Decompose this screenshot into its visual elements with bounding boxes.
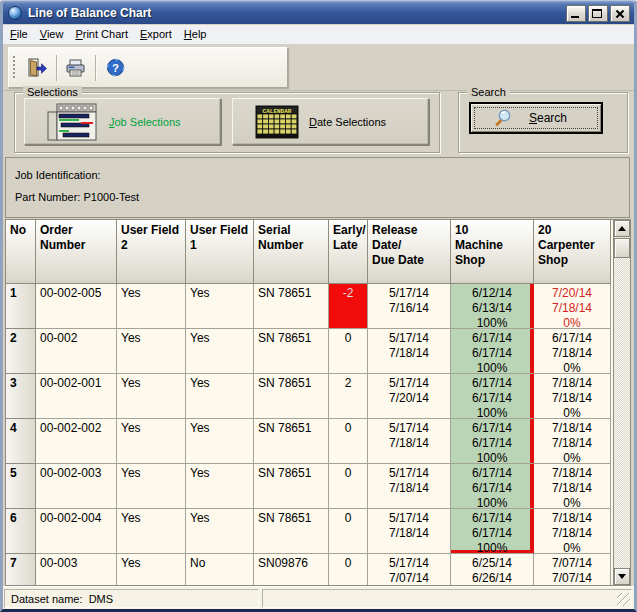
row-header-7[interactable]: 7 xyxy=(6,554,36,585)
column-header-early[interactable]: Early/Late xyxy=(329,220,368,284)
cell-carpenter-row5[interactable]: 7/18/147/18/140% xyxy=(534,464,611,509)
column-header-order[interactable]: OrderNumber xyxy=(36,220,117,284)
cell-early-row7[interactable]: 0 xyxy=(329,554,368,585)
search-button[interactable]: Search xyxy=(469,102,603,134)
cell-release-row6[interactable]: 5/17/147/18/14 xyxy=(368,509,451,554)
cell-machine-row3[interactable]: 6/17/146/17/14100% xyxy=(451,374,534,419)
scroll-down-button[interactable] xyxy=(614,568,630,585)
cell-early-row5[interactable]: 0 xyxy=(329,464,368,509)
cell-machine-row7[interactable]: 6/25/146/26/1410% xyxy=(451,554,534,585)
help-button[interactable]: ? xyxy=(101,54,129,82)
cell-release-row4[interactable]: 5/17/147/18/14 xyxy=(368,419,451,464)
cell-release-row2[interactable]: 5/17/147/18/14 xyxy=(368,329,451,374)
column-header-machine[interactable]: 10MachineShop xyxy=(451,220,534,284)
cell-early-row6[interactable]: 0 xyxy=(329,509,368,554)
cell-uf1-row7[interactable]: No xyxy=(186,554,254,585)
cell-machine-row4[interactable]: 6/17/146/17/14100% xyxy=(451,419,534,464)
cell-uf2-row7[interactable]: Yes xyxy=(117,554,186,585)
cell-order-row3[interactable]: 00-002-001 xyxy=(36,374,117,419)
job-selections-button[interactable]: Job Selections xyxy=(24,98,221,145)
cell-release-row3[interactable]: 5/17/147/20/14 xyxy=(368,374,451,419)
cell-uf2-row4[interactable]: Yes xyxy=(117,419,186,464)
cell-uf1-row5[interactable]: Yes xyxy=(186,464,254,509)
cell-uf2-row3[interactable]: Yes xyxy=(117,374,186,419)
cell-order-row4[interactable]: 00-002-002 xyxy=(36,419,117,464)
row-header-5[interactable]: 5 xyxy=(6,464,36,509)
cell-order-row1[interactable]: 00-002-005 xyxy=(36,284,117,329)
cell-uf1-row1[interactable]: Yes xyxy=(186,284,254,329)
column-header-uf2[interactable]: User Field2 xyxy=(117,220,186,284)
cell-uf1-row3[interactable]: Yes xyxy=(186,374,254,419)
scroll-up-button[interactable] xyxy=(614,220,630,237)
cell-early-row3[interactable]: 2 xyxy=(329,374,368,419)
column-header-uf1[interactable]: User Field1 xyxy=(186,220,254,284)
cell-uf2-row2[interactable]: Yes xyxy=(117,329,186,374)
row-header-4[interactable]: 4 xyxy=(6,419,36,464)
cell-uf1-row4[interactable]: Yes xyxy=(186,419,254,464)
menu-print-chart[interactable]: Print Chart xyxy=(69,26,134,43)
column-header-release[interactable]: ReleaseDate/Due Date xyxy=(368,220,451,284)
maximize-button[interactable] xyxy=(588,5,608,22)
menu-file[interactable]: File xyxy=(4,26,34,43)
row-header-1[interactable]: 1 xyxy=(6,284,36,329)
cell-serial-row6[interactable]: SN 78651 xyxy=(254,509,329,554)
cell-uf1-row2[interactable]: Yes xyxy=(186,329,254,374)
cell-carpenter-row2[interactable]: 6/17/147/18/140% xyxy=(534,329,611,374)
svg-text:CALENDAR: CALENDAR xyxy=(263,107,292,114)
cell-carpenter-row3[interactable]: 7/18/147/18/140% xyxy=(534,374,611,419)
svg-text:?: ? xyxy=(112,62,119,74)
column-header-carpenter[interactable]: 20CarpenterShop xyxy=(534,220,611,284)
cell-uf2-row5[interactable]: Yes xyxy=(117,464,186,509)
menu-view[interactable]: View xyxy=(34,26,70,43)
cell-early-row1[interactable]: -2 xyxy=(329,284,368,329)
row-header-3[interactable]: 3 xyxy=(6,374,36,419)
close-button[interactable] xyxy=(610,5,630,22)
grid-row-7: 700-003YesNoSN0987605/17/147/07/146/25/1… xyxy=(6,554,613,585)
cell-order-row6[interactable]: 00-002-004 xyxy=(36,509,117,554)
toolbar-grip[interactable] xyxy=(13,56,15,80)
print-button[interactable] xyxy=(62,54,90,82)
cell-carpenter-row1[interactable]: 7/20/147/18/140% xyxy=(534,284,611,329)
cell-machine-row6[interactable]: 6/17/146/17/14100% xyxy=(451,509,534,554)
cell-serial-row3[interactable]: SN 78651 xyxy=(254,374,329,419)
cell-serial-row7[interactable]: SN09876 xyxy=(254,554,329,585)
cell-early-row4[interactable]: 0 xyxy=(329,419,368,464)
grid-row-4: 400-002-002YesYesSN 7865105/17/147/18/14… xyxy=(6,419,613,464)
column-header-no[interactable]: No xyxy=(6,220,36,284)
cell-release-row5[interactable]: 5/17/147/18/14 xyxy=(368,464,451,509)
search-group-label: Search xyxy=(467,86,510,98)
cell-uf2-row1[interactable]: Yes xyxy=(117,284,186,329)
cell-uf2-row6[interactable]: Yes xyxy=(117,509,186,554)
cell-serial-row1[interactable]: SN 78651 xyxy=(254,284,329,329)
grid-row-5: 500-002-003YesYesSN 7865105/17/147/18/14… xyxy=(6,464,613,509)
cell-order-row7[interactable]: 00-003 xyxy=(36,554,117,585)
cell-release-row7[interactable]: 5/17/147/07/14 xyxy=(368,554,451,585)
cell-machine-row1[interactable]: 6/12/146/13/14100% xyxy=(451,284,534,329)
cell-carpenter-row6[interactable]: 7/18/147/18/140% xyxy=(534,509,611,554)
cell-early-row2[interactable]: 0 xyxy=(329,329,368,374)
cell-carpenter-row7[interactable]: 7/07/147/07/140% xyxy=(534,554,611,585)
resize-grip[interactable] xyxy=(617,593,630,606)
cell-order-row2[interactable]: 00-002 xyxy=(36,329,117,374)
title-bar[interactable]: Line of Balance Chart xyxy=(3,1,634,24)
vertical-scrollbar[interactable] xyxy=(613,220,630,585)
cell-uf1-row6[interactable]: Yes xyxy=(186,509,254,554)
cell-serial-row5[interactable]: SN 78651 xyxy=(254,464,329,509)
exit-button[interactable] xyxy=(23,54,51,82)
toolbar-separator xyxy=(56,55,57,81)
menu-help[interactable]: Help xyxy=(178,26,213,43)
minimize-button[interactable] xyxy=(566,5,586,22)
cell-carpenter-row4[interactable]: 7/18/147/18/140% xyxy=(534,419,611,464)
cell-serial-row4[interactable]: SN 78651 xyxy=(254,419,329,464)
scroll-thumb[interactable] xyxy=(614,238,630,258)
column-header-serial[interactable]: SerialNumber xyxy=(254,220,329,284)
cell-machine-row5[interactable]: 6/17/146/17/14100% xyxy=(451,464,534,509)
menu-export[interactable]: Export xyxy=(134,26,178,43)
date-selections-button[interactable]: CALENDAR Date Selections xyxy=(232,98,429,145)
cell-release-row1[interactable]: 5/17/147/16/14 xyxy=(368,284,451,329)
cell-machine-row2[interactable]: 6/17/146/17/14100% xyxy=(451,329,534,374)
cell-order-row5[interactable]: 00-002-003 xyxy=(36,464,117,509)
row-header-6[interactable]: 6 xyxy=(6,509,36,554)
cell-serial-row2[interactable]: SN 78651 xyxy=(254,329,329,374)
row-header-2[interactable]: 2 xyxy=(6,329,36,374)
